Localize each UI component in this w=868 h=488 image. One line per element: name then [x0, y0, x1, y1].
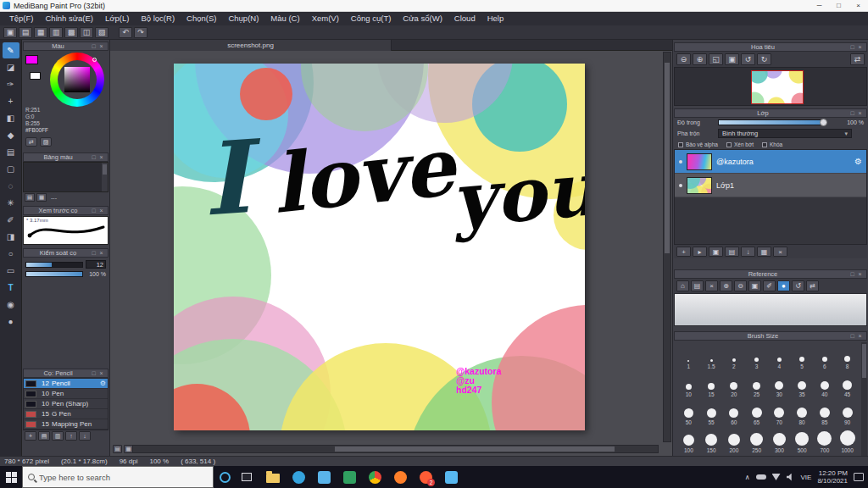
actual-size-icon[interactable]: ▣ [725, 53, 739, 65]
ref-open-icon[interactable]: ▤ [691, 280, 704, 291]
color-wheel[interactable] [50, 53, 104, 107]
zoom-out-icon[interactable]: ⊖ [676, 53, 691, 65]
canvas[interactable]: I love you @kazutora @zu hd247 [174, 64, 585, 430]
snap-settings-icon[interactable]: ▧ [95, 27, 108, 38]
ref-zoom-out-icon[interactable]: ⊖ [734, 280, 747, 291]
horizontal-scrollbar[interactable] [132, 445, 659, 453]
eraser-tool[interactable]: ◪ [3, 59, 19, 75]
undo-icon[interactable]: ↶ [119, 27, 132, 38]
layer-settings-icon[interactable]: ⚙ [854, 157, 862, 166]
lasso-tool[interactable]: ◌ [3, 178, 19, 194]
ref-eyedropper-icon[interactable]: ✐ [763, 280, 776, 291]
brush-size-option[interactable]: 55 [700, 398, 723, 426]
brush-size-option[interactable]: 15 [700, 370, 723, 398]
network-icon[interactable] [772, 474, 781, 480]
hand-tool[interactable]: ● [3, 313, 19, 330]
chrome-icon[interactable] [366, 466, 383, 488]
opacity-slider-knob[interactable] [820, 119, 827, 126]
merge-down-icon[interactable]: ↓ [741, 247, 755, 257]
magic-wand-tool[interactable]: ✳ [3, 195, 19, 211]
ref-hand-icon[interactable]: ● [777, 280, 790, 291]
vertical-scroll-thumb[interactable] [665, 63, 670, 253]
canvas-option2-icon[interactable]: ▦ [124, 445, 133, 453]
menu-item[interactable]: Chỉnh sửa(E) [40, 12, 100, 25]
hue-picker-dot[interactable] [92, 58, 97, 62]
layer-option-checkbox[interactable]: Khóa [762, 141, 782, 147]
saturation-square[interactable] [64, 67, 90, 92]
duplicate-layer-icon[interactable]: ▣ [709, 247, 723, 257]
taskbar-search[interactable] [22, 466, 214, 488]
menu-item[interactable]: Cloud [448, 12, 481, 25]
zoom-in-icon[interactable]: ⊕ [693, 53, 707, 65]
ref-zoom-in-icon[interactable]: ⊕ [720, 280, 732, 291]
brush-size-option[interactable]: 100 [677, 426, 700, 454]
eyedropper-tool[interactable]: ◉ [3, 297, 19, 313]
ref-home-icon[interactable]: ⌂ [676, 280, 689, 291]
bucket-tool[interactable]: ◆ [3, 127, 19, 143]
ref-fit-icon[interactable]: ▣ [748, 280, 761, 291]
brush-size-option[interactable]: 10 [677, 370, 700, 398]
file-explorer-icon[interactable] [264, 466, 281, 488]
brush-size-option[interactable]: 250 [745, 426, 768, 454]
edge-icon[interactable] [290, 466, 307, 488]
maximize-button[interactable]: □ [829, 0, 849, 12]
swap-colors-button[interactable]: ⇄ [25, 137, 37, 147]
vertical-scrollbar[interactable] [663, 52, 671, 442]
panel-popout-icon[interactable]: □ [849, 44, 856, 50]
slice-tool[interactable]: ▭ [3, 263, 19, 279]
brush-size-option[interactable]: 500 [791, 426, 814, 454]
brush-size-option[interactable]: 85 [814, 398, 837, 426]
ref-rotate-icon[interactable]: ↺ [792, 280, 804, 291]
brush-item[interactable]: 10Pen [24, 389, 108, 399]
menu-item[interactable]: Help [481, 12, 510, 25]
brush-size-option[interactable]: 5 [791, 342, 814, 370]
brush-size-option[interactable]: 1 [677, 342, 700, 370]
brush-size-slider[interactable] [25, 262, 83, 268]
clear-layer-icon[interactable]: ▦ [757, 247, 771, 257]
canvas-option-icon[interactable]: ▤ [113, 445, 122, 453]
delete-layer-icon[interactable]: × [773, 247, 787, 257]
brush-up-icon[interactable]: ↑ [65, 431, 77, 441]
photos-icon[interactable] [442, 466, 459, 488]
start-button[interactable] [0, 466, 22, 488]
panel-close-icon[interactable]: × [856, 271, 864, 277]
hidden-icons-caret[interactable]: ∧ [745, 474, 750, 481]
panel-popout-icon[interactable]: □ [849, 271, 856, 277]
save-icon[interactable]: ▦ [34, 27, 47, 38]
brush-size-option[interactable]: 700 [814, 426, 837, 454]
action-center-icon[interactable] [854, 473, 864, 481]
search-input[interactable] [39, 473, 192, 482]
palette-scrollbar[interactable] [102, 163, 108, 191]
brush-folder-icon[interactable]: ▤ [38, 431, 50, 441]
pixel-grid-icon[interactable]: ▩ [64, 27, 78, 38]
menu-item[interactable]: Chụp(N) [222, 12, 264, 25]
brush-size-value[interactable]: 12 [86, 260, 106, 269]
menu-item[interactable]: Màu (C) [264, 12, 305, 25]
brush-save-icon[interactable]: ▥ [52, 431, 64, 441]
background-color-swatch[interactable] [30, 72, 41, 80]
layer-option-checkbox[interactable]: Xén bớt [726, 141, 754, 147]
layer-material-icon[interactable]: ▤ [725, 247, 739, 257]
add-brush-icon[interactable]: + [25, 431, 36, 441]
task-view-button[interactable] [236, 473, 258, 481]
panel-popout-icon[interactable]: □ [849, 333, 856, 339]
panel-close-icon[interactable]: × [856, 44, 864, 50]
onedrive-icon[interactable] [756, 474, 766, 480]
cortana-button[interactable] [214, 472, 236, 483]
menu-item[interactable]: Xem(V) [306, 12, 345, 25]
panel-popout-icon[interactable]: □ [90, 43, 97, 49]
panel-close-icon[interactable]: × [856, 333, 864, 339]
layer-row[interactable]: Lớp1 [675, 174, 866, 197]
brush-size-option[interactable]: 2 [723, 342, 746, 370]
gradient-tool[interactable]: ▤ [3, 144, 19, 160]
ref-flip-icon[interactable]: ⇄ [806, 280, 819, 291]
select-eraser-tool[interactable]: ◨ [3, 229, 19, 245]
store-icon[interactable] [315, 466, 332, 488]
move-tool[interactable]: + [3, 93, 19, 109]
grid-toggle-icon[interactable]: ▥ [49, 27, 63, 38]
brush-item[interactable]: 15G Pen [24, 409, 108, 419]
fit-screen-icon[interactable]: ◱ [709, 53, 723, 65]
brush-down-icon[interactable]: ↓ [79, 431, 91, 441]
panel-popout-icon[interactable]: □ [90, 250, 97, 256]
add-palette-icon[interactable]: ▤ [25, 193, 35, 202]
